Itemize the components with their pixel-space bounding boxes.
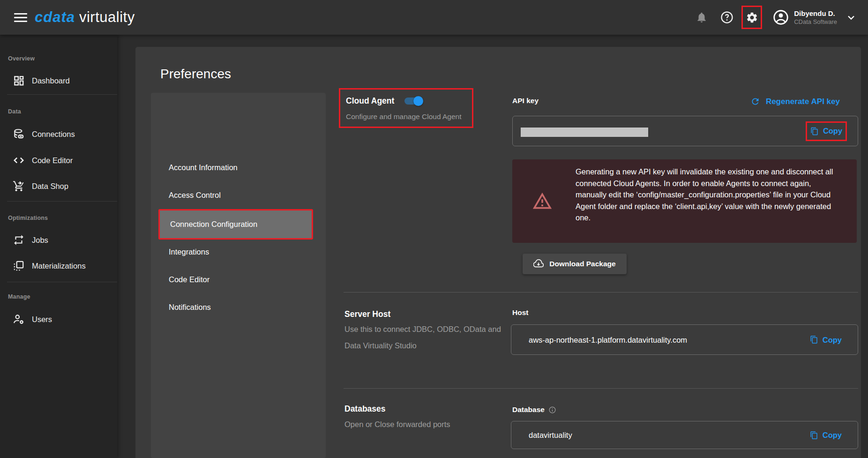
user-name: Dibyendu D.: [794, 9, 837, 17]
host-value: aws-ap-northeast-1.platform.datavirtuali…: [529, 335, 687, 344]
tab-access-control[interactable]: Access Control: [158, 182, 313, 209]
tab-notifications[interactable]: Notifications: [158, 294, 313, 321]
logo-virtuality: virtuality: [79, 9, 135, 26]
preferences-nav: Account Information Access Control Conne…: [151, 93, 326, 458]
settings-gear-icon[interactable]: [741, 6, 762, 29]
copy-icon: [810, 127, 819, 135]
database-value: datavirtuality: [529, 431, 572, 440]
page-title: Preferences: [160, 67, 231, 82]
host-label: Host: [512, 308, 528, 317]
database-field[interactable]: datavirtuality Copy: [511, 421, 858, 449]
host-field[interactable]: aws-ap-northeast-1.platform.datavirtuali…: [511, 324, 858, 355]
api-key-masked-value: [521, 128, 648, 137]
topbar-actions: Dibyendu D. CData Software: [696, 0, 857, 35]
cloud-download-icon: [533, 259, 544, 269]
cloud-agent-title: Cloud Agent: [346, 96, 394, 106]
code-icon: [13, 154, 25, 166]
sidebar-item-data-shop[interactable]: Data Shop: [0, 178, 117, 195]
regenerate-api-key-link[interactable]: Regenerate API key: [750, 97, 840, 106]
sidebar-item-dashboard[interactable]: Dashboard: [0, 72, 117, 89]
avatar-icon[interactable]: [772, 9, 789, 26]
copy-icon: [810, 336, 818, 344]
topbar: cdata virtuality Dibyendu D. CData Softw…: [0, 0, 868, 35]
cloud-agent-toggle[interactable]: [404, 98, 422, 105]
cart-icon: [13, 180, 25, 192]
cloud-agent-description: Configure and manage Cloud Agent: [346, 113, 461, 121]
section-divider: [344, 292, 858, 293]
sidebar-section-optimizations: Optimizations: [8, 215, 48, 221]
copy-icon: [810, 431, 818, 439]
tab-integrations[interactable]: Integrations: [158, 239, 313, 265]
preferences-card: Preferences Account Information Access C…: [135, 47, 861, 458]
user-gear-icon: [13, 313, 25, 325]
sidebar: Overview Dashboard Data Connections Code…: [0, 35, 117, 458]
repeat-icon: [13, 234, 25, 246]
tab-code-editor[interactable]: Code Editor: [158, 266, 313, 293]
sidebar-item-materializations[interactable]: Materializations: [0, 257, 117, 274]
api-key-warning: Generating a new API key will invalidate…: [512, 159, 857, 243]
refresh-icon: [750, 97, 760, 106]
cloud-agent-section: Cloud Agent Configure and manage Cloud A…: [339, 88, 473, 128]
database-copy-button[interactable]: Copy: [810, 431, 842, 440]
sidebar-section-overview: Overview: [8, 55, 35, 62]
warning-text: Generating a new API key will invalidate…: [576, 166, 837, 224]
logo: cdata virtuality: [35, 9, 135, 26]
sidebar-divider: [7, 201, 117, 202]
sidebar-divider: [7, 94, 117, 95]
databases-description: Open or Close forwarded ports: [344, 416, 504, 433]
server-host-title: Server Host: [344, 309, 390, 319]
host-copy-button[interactable]: Copy: [810, 335, 842, 344]
sidebar-item-connections[interactable]: Connections: [0, 126, 117, 143]
databases-title: Databases: [344, 404, 386, 414]
sidebar-item-users[interactable]: Users: [0, 311, 117, 328]
download-package-button[interactable]: Download Package: [523, 254, 627, 274]
tab-account-information[interactable]: Account Information: [158, 154, 313, 181]
sidebar-item-jobs[interactable]: Jobs: [0, 232, 117, 248]
sidebar-section-manage: Manage: [8, 293, 30, 300]
dashboard-icon: [13, 75, 25, 87]
materializations-icon: [13, 260, 25, 272]
api-key-label: API key: [512, 97, 539, 105]
database-label: Database: [512, 405, 556, 414]
section-divider: [344, 388, 858, 389]
sidebar-section-data: Data: [8, 108, 21, 115]
logo-cdata: cdata: [35, 9, 75, 26]
help-icon[interactable]: [720, 10, 734, 24]
notifications-bell-icon[interactable]: [696, 11, 708, 23]
info-icon[interactable]: [548, 406, 556, 414]
toggle-thumb: [413, 96, 423, 106]
menu-icon[interactable]: [14, 13, 27, 22]
user-menu[interactable]: Dibyendu D. CData Software: [794, 9, 837, 25]
warning-triangle-icon: [532, 191, 553, 211]
app-window: cdata virtuality Dibyendu D. CData Softw…: [0, 0, 868, 458]
sidebar-divider: [7, 282, 117, 282]
connections-icon: [13, 128, 25, 140]
chevron-down-icon[interactable]: [846, 12, 857, 23]
api-key-copy-button[interactable]: Copy: [806, 121, 847, 141]
api-key-field[interactable]: Copy: [512, 116, 858, 146]
user-organization: CData Software: [794, 18, 837, 25]
tab-connection-configuration[interactable]: Connection Configuration: [158, 209, 313, 240]
sidebar-item-code-editor[interactable]: Code Editor: [0, 152, 117, 169]
server-host-description: Use this to connect JDBC, ODBC, OData an…: [344, 321, 504, 354]
